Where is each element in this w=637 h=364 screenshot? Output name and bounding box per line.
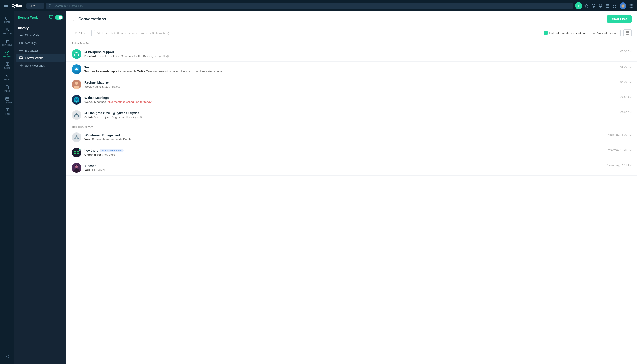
conversation-avatar xyxy=(72,49,82,59)
svg-point-71 xyxy=(76,113,78,115)
conversation-body: #BI Insights 2023 : @Zylker Analytics Gi… xyxy=(84,111,617,119)
svg-rect-50 xyxy=(20,56,22,58)
svg-rect-1 xyxy=(4,5,8,6)
svg-rect-18 xyxy=(631,4,632,5)
svg-rect-52 xyxy=(72,17,76,20)
svg-rect-64 xyxy=(76,69,77,69)
grid-icon[interactable] xyxy=(613,4,617,8)
nav-channels[interactable]: CHANNELS xyxy=(0,37,14,48)
global-search-input[interactable] xyxy=(54,4,571,8)
conversation-item[interactable]: #Enterprise-support Deskbot : Ticket Res… xyxy=(66,46,637,62)
archive-button[interactable] xyxy=(623,30,632,36)
top-bar-actions xyxy=(584,2,634,9)
svg-point-72 xyxy=(74,115,76,117)
svg-rect-13 xyxy=(613,6,614,7)
conversation-item[interactable]: hey there #referral-marketing Channel bo… xyxy=(66,145,637,160)
monitor-icon[interactable] xyxy=(49,15,53,20)
svg-point-44 xyxy=(7,356,8,357)
mention-icon[interactable] xyxy=(592,4,596,8)
svg-rect-24 xyxy=(631,7,632,8)
svg-rect-20 xyxy=(630,5,630,6)
global-search-input-wrap xyxy=(46,3,573,8)
status-toggle[interactable] xyxy=(55,15,63,20)
nav-notes[interactable]: NOTES xyxy=(0,106,14,117)
conversation-time: Yesterday, 10:11 PM xyxy=(607,164,632,167)
conversation-body: #Enterprise-support Deskbot : Ticket Res… xyxy=(84,50,617,58)
svg-rect-14 xyxy=(615,6,616,7)
sidebar-item-conversations[interactable]: Conversations xyxy=(16,54,65,62)
user-avatar[interactable] xyxy=(620,2,626,9)
filter-dropdown[interactable]: All xyxy=(72,30,92,36)
svg-point-83 xyxy=(74,151,76,154)
svg-line-28 xyxy=(8,40,8,43)
star-icon[interactable] xyxy=(584,4,588,8)
svg-rect-48 xyxy=(20,42,22,44)
svg-line-57 xyxy=(99,34,100,34)
content-header: Conversations Start Chat xyxy=(66,12,637,27)
svg-point-49 xyxy=(20,50,22,51)
svg-rect-22 xyxy=(632,5,634,6)
conversation-time: Yesterday, 10:20 PM xyxy=(607,148,632,152)
hamburger-icon[interactable] xyxy=(4,3,8,8)
nav-tasks[interactable]: TASKS xyxy=(0,60,14,71)
svg-rect-0 xyxy=(4,4,8,4)
nav-calendar[interactable]: CALENDAR xyxy=(0,95,14,105)
settings-icon[interactable] xyxy=(0,352,14,361)
nav-chats[interactable]: CHATS xyxy=(0,14,14,25)
main-area: Conversations Start Chat All xyxy=(66,12,637,364)
app-logo: Zylker xyxy=(10,3,22,8)
conversation-avatar xyxy=(72,148,82,158)
svg-point-87 xyxy=(77,152,78,152)
sidebar-item-broadcast[interactable]: Broadcast xyxy=(16,47,65,54)
add-button[interactable]: + xyxy=(575,2,582,9)
conversation-body: #Customer Engagement You : Please share … xyxy=(84,134,604,141)
conversation-item[interactable]: Aleesha You : Hi(Edited) Yesterday, 10:1… xyxy=(66,160,637,176)
svg-rect-19 xyxy=(632,4,634,5)
conversation-item[interactable]: Webex Meetings Webex Meetings : "No meet… xyxy=(66,92,637,108)
search-filter-dropdown[interactable]: All xyxy=(26,3,44,8)
sidebar: Remote Work History Direct Calls Meeting… xyxy=(14,12,66,364)
nav-phone[interactable]: PHONE xyxy=(0,72,14,82)
svg-point-85 xyxy=(74,152,75,152)
svg-rect-23 xyxy=(630,7,630,8)
conversation-item[interactable]: Rachael Matthew Weekly tasks status(Edit… xyxy=(66,77,637,92)
sidebar-item-sent-messages[interactable]: Sent Messages xyxy=(16,62,65,69)
conversation-item[interactable]: #Customer Engagement You : Please share … xyxy=(66,130,637,145)
svg-line-4 xyxy=(51,6,52,7)
apps-grid-icon[interactable] xyxy=(630,4,634,8)
conversation-item[interactable]: Taz Taz : Wrike weekly report scheduler … xyxy=(66,62,637,77)
svg-point-6 xyxy=(592,5,594,6)
date-separator-yesterday: Yesterday, May 25 xyxy=(66,123,637,130)
hide-muted-toggle[interactable]: ✓ Hide all muted conversations xyxy=(544,31,586,35)
start-chat-button[interactable]: Start Chat xyxy=(607,15,632,23)
workspace-name: Remote Work xyxy=(18,16,38,19)
sidebar-header: Remote Work xyxy=(14,12,66,23)
nav-contacts[interactable]: CONTACTS xyxy=(0,26,14,36)
conversation-avatar xyxy=(72,132,82,142)
svg-point-70 xyxy=(72,111,80,119)
conversation-item[interactable]: #BI Insights 2023 : @Zylker Analytics Gi… xyxy=(66,108,637,123)
svg-point-92 xyxy=(75,166,78,168)
conversation-avatar xyxy=(72,80,82,89)
conversation-time: 05:00 PM xyxy=(620,65,632,68)
conversation-avatar xyxy=(72,64,82,74)
mark-all-read-button[interactable]: Mark all as read xyxy=(589,30,621,36)
nav-files[interactable]: FILES xyxy=(0,83,14,94)
sidebar-item-direct-calls[interactable]: Direct Calls xyxy=(16,32,65,39)
conversations-icon xyxy=(72,17,76,21)
sidebar-item-meetings[interactable]: Meetings xyxy=(16,39,65,47)
svg-point-79 xyxy=(78,138,79,139)
nav-icon-bar: CHATS CONTACTS CHANNELS HISTORY TASKS PH… xyxy=(0,12,14,364)
search-section: All + xyxy=(26,2,582,9)
svg-point-76 xyxy=(72,133,80,141)
svg-line-27 xyxy=(6,40,7,43)
svg-point-84 xyxy=(77,151,80,154)
calendar-icon[interactable] xyxy=(606,4,610,8)
svg-point-63 xyxy=(77,68,78,69)
notifications-icon[interactable] xyxy=(598,4,602,8)
svg-rect-58 xyxy=(626,32,629,32)
conversation-avatar xyxy=(72,95,82,104)
conversation-search-input[interactable] xyxy=(102,32,538,35)
nav-history[interactable]: HISTORY xyxy=(0,49,14,59)
svg-rect-21 xyxy=(631,5,632,6)
